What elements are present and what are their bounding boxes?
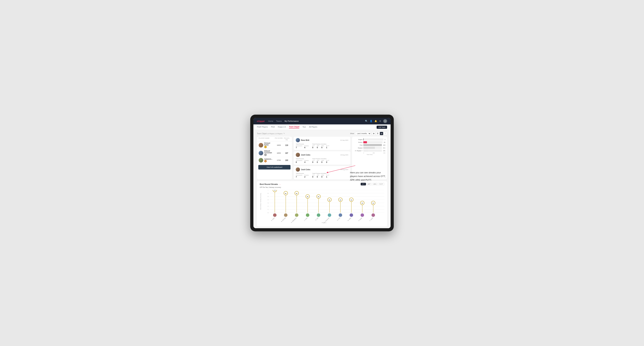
nav-links: Home Teams My Performance <box>268 120 298 122</box>
svg-text:4x: 4x <box>351 199 352 201</box>
add-team-button[interactable]: Add Team <box>376 126 387 129</box>
view-icons: ⊞ ☰ ▤ ⋮ <box>372 132 387 135</box>
stat-title-rounds-2: Total Rounds <box>296 173 309 174</box>
sub-nav-team[interactable]: Team Clippd <box>289 126 299 128</box>
team-title: Team Clippd 14 Players 14 Players <box>257 133 282 135</box>
svg-text:5: 5 <box>268 196 268 197</box>
svg-text:E. Ebert: E. Ebert <box>271 217 275 221</box>
nav-link-teams[interactable]: Teams <box>276 120 282 122</box>
filter-app[interactable]: APP <box>366 183 372 185</box>
card-name-2: Josh Coles <box>301 169 310 171</box>
svg-text:7: 7 <box>268 190 268 191</box>
svg-text:Players: Players <box>322 222 326 223</box>
bar-row-d.-bogeys +: D. Bogeys +131 <box>354 150 385 152</box>
sub-nav-all[interactable]: All Players <box>309 126 317 128</box>
svg-text:D. Ford: D. Ford <box>337 217 341 221</box>
app-2: 0 <box>317 176 319 178</box>
nav-bar: clippd Home Teams My Performance 🔍 👤 🔔 ⚙… <box>254 118 390 124</box>
view-leaderboard-button[interactable]: View Full Leaderboard <box>258 165 290 170</box>
svg-text:R. Butler: R. Butler <box>358 217 362 221</box>
svg-text:Best Streak, Fairway Accuracy: Best Streak, Fairway Accuracy <box>260 193 262 209</box>
svg-text:7x: 7x <box>274 190 276 191</box>
bell-icon[interactable]: 🔔 <box>374 120 377 122</box>
filter-ott[interactable]: OTT <box>361 183 366 185</box>
card-view-icon[interactable]: ▤ <box>380 132 383 135</box>
player-avg-1: 110 <box>283 144 290 146</box>
streaks-subtitle: Off The Tee, Fairway Accuracy <box>260 186 384 188</box>
filter-putt[interactable]: PUTT <box>378 183 384 185</box>
svg-point-30 <box>295 213 298 217</box>
edit-icon[interactable]: ✎ <box>284 133 285 134</box>
show-label: Show <box>350 133 354 134</box>
player-row[interactable]: Cameron... 3 17/20 103 <box>257 157 292 164</box>
annotation-text: Here you can see streaks your players ha… <box>350 171 388 182</box>
streak-chart: 01234567Best Streak, Fairway Accuracy7xE… <box>260 190 384 225</box>
svg-text:3x: 3x <box>372 202 374 204</box>
svg-text:6: 6 <box>268 192 268 194</box>
player-row[interactable]: Richard Butler 1 19/20 110 <box>257 141 292 149</box>
sub-nav: PGAT Players PGA Hcaps 1-5 Team Clippd T… <box>254 124 390 130</box>
sub-nav-hcaps[interactable]: Hcaps 1-5 <box>278 126 286 128</box>
player-avatar-1 <box>259 143 263 148</box>
search-icon[interactable]: 🔍 <box>365 120 368 122</box>
streaks-section: Best Round Streaks ← OTT APP ARG PUTT Of… <box>257 181 387 226</box>
svg-text:5x: 5x <box>307 196 308 197</box>
nav-right: 🔍 👤 🔔 ⚙ U <box>365 119 387 123</box>
arg-2: 0 <box>321 176 324 178</box>
sub-nav-tour[interactable]: Tour <box>302 126 306 128</box>
svg-text:2: 2 <box>268 205 268 207</box>
arrow-indicator: ← <box>279 183 281 185</box>
player-cards-panel: Rees Britt 02 Sep 2023 Total Rounds Tour… <box>294 137 350 179</box>
practice-0: 6 <box>304 147 309 149</box>
list-view-icon[interactable]: ☰ <box>376 132 380 135</box>
player-score-2: 18/20 <box>274 152 283 154</box>
putt-2: 1 <box>326 176 329 178</box>
card-date-1: 26 Aug 2023 <box>340 154 348 156</box>
svg-text:J. Coles: J. Coles <box>304 217 308 221</box>
sub-nav-pga[interactable]: PGA <box>271 126 274 128</box>
bar-chart: Eagles3Birdies96Pars499Bogeys311D. Bogey… <box>354 138 385 152</box>
player-row[interactable]: Edward Crossman 2 18/20 107 <box>257 149 292 157</box>
settings-view-icon[interactable]: ⋮ <box>384 132 387 135</box>
player-card-0: Rees Britt 02 Sep 2023 Total Rounds Tour… <box>294 137 350 150</box>
putt-1: 0 <box>326 161 329 163</box>
nav-link-performance[interactable]: My Performance <box>284 120 299 122</box>
stat-title-practice-0: Total Practice Activities <box>312 143 329 145</box>
player-avg-2: 107 <box>283 152 290 154</box>
streaks-header: Best Round Streaks ← OTT APP ARG PUTT <box>260 183 384 185</box>
svg-text:4: 4 <box>268 199 268 201</box>
settings-icon[interactable]: ⚙ <box>379 120 381 122</box>
player-card-1: Josh Coles 26 Aug 2023 Total Rounds Tour… <box>294 151 350 165</box>
stat-title-practice-1: Total Practice Activities <box>312 158 329 160</box>
stat-title-rounds-1: Total Rounds <box>296 158 309 160</box>
chart-x-title: Total Shots <box>354 154 385 155</box>
svg-text:4x: 4x <box>329 199 330 201</box>
tournament-0: 7 <box>296 147 302 149</box>
player-table-header: PLAYER NAME PB SCORE PB AVG SQ <box>257 137 292 141</box>
col-header-score: PB SCORE <box>274 137 283 141</box>
svg-point-20 <box>273 213 276 217</box>
bar-row-bogeys: Bogeys311 <box>354 147 385 149</box>
svg-point-50 <box>338 213 342 217</box>
streak-filters: OTT APP ARG PUTT <box>361 183 384 185</box>
card-date-0: 02 Sep 2023 <box>340 140 348 141</box>
person-icon[interactable]: 👤 <box>370 120 372 122</box>
player-avg-3: 103 <box>283 159 290 161</box>
card-avatar-1 <box>296 153 300 157</box>
sub-nav-pgat[interactable]: PGAT Players <box>257 126 268 128</box>
svg-text:R. Britt: R. Britt <box>315 217 319 221</box>
player-badge-3: 3 <box>264 160 267 162</box>
period-select[interactable]: Last 3 months Last 6 months Last year <box>355 132 371 135</box>
player-badge-1: 1 <box>264 146 267 148</box>
nav-link-home[interactable]: Home <box>268 120 273 122</box>
player-count: 14 Players <box>275 133 282 135</box>
svg-text:C. Quick: C. Quick <box>369 217 374 221</box>
app-0: 0 <box>317 147 319 149</box>
col-header-avg: PB AVG SQ <box>283 137 290 141</box>
bar-axis: 0 200 400 <box>354 152 385 154</box>
avatar[interactable]: U <box>383 119 387 123</box>
filter-arg[interactable]: ARG <box>372 183 378 185</box>
grid-view-icon[interactable]: ⊞ <box>372 132 376 135</box>
arg-0: 0 <box>321 147 324 149</box>
tournament-1: 8 <box>296 161 302 163</box>
